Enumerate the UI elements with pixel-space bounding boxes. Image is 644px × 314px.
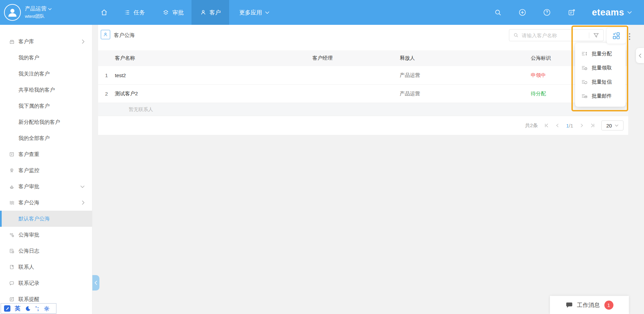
chevron-left-icon (639, 53, 642, 58)
customer-person-icon (103, 32, 108, 37)
sidebar-item-pool-log[interactable]: 公海日志 (0, 243, 92, 259)
next-page-button[interactable] (579, 123, 584, 128)
sidebar-item-followed-customers[interactable]: 我关注的客户 (0, 66, 92, 82)
ime-punctuation-toggle[interactable]: ’; (35, 306, 39, 312)
help-icon[interactable] (543, 8, 551, 16)
eteams-logo[interactable]: eteams (592, 7, 632, 18)
add-icon[interactable] (518, 8, 526, 16)
ime-logo-icon[interactable] (4, 305, 10, 312)
customer-search-group (509, 29, 604, 41)
col-customer-manager: 客户经理 (312, 55, 400, 61)
team-name: wtest团队 (25, 13, 52, 19)
table-header: 客户名称 客户经理 释放人 公海标识 (98, 50, 628, 66)
chevron-down-icon (48, 8, 52, 10)
empty-contacts-row: 暂无联系人 (98, 103, 628, 116)
notice-doc-icon[interactable] (567, 8, 575, 16)
archive-box-icon (9, 39, 15, 45)
sidebar-item-shared-customers[interactable]: 共享给我的客户 (0, 82, 92, 98)
user-block[interactable]: 产品运营 wtest团队 (4, 0, 52, 25)
ime-settings-gear-icon[interactable] (44, 306, 50, 312)
batch-actions-button[interactable] (607, 28, 626, 44)
total-count: 共2条 (525, 122, 538, 129)
reminder-doc-icon (9, 296, 15, 302)
user-avatar-icon (7, 7, 18, 18)
sidebar: 客户库 我的客户 我关注的客户 共享给我的客户 我下属的客户 新分配给我的客户 … (0, 25, 92, 314)
app-root: 产品运营 wtest团队 任务 审批 客户 更 (0, 0, 644, 314)
page-indicator: 1/1 (566, 123, 573, 128)
chevron-left-icon (94, 280, 97, 285)
page-title-iconbox (101, 30, 110, 39)
chat-record-icon (9, 280, 15, 286)
search-icon[interactable] (494, 9, 502, 16)
task-list-icon (124, 9, 131, 16)
right-panel-collapse-handle[interactable] (636, 48, 644, 63)
menu-item-batch-sms[interactable]: 批量短信 (575, 75, 626, 89)
chevron-down-icon (615, 124, 618, 127)
customer-search-input[interactable] (522, 33, 589, 38)
nav-tasks[interactable]: 任务 (114, 0, 155, 25)
chevron-down-icon (627, 11, 632, 14)
nav-customers[interactable]: 客户 (191, 0, 229, 25)
filter-icon[interactable] (593, 33, 599, 38)
sidebar-item-all-my-customers[interactable]: 我的全部客户 (0, 130, 92, 146)
notebook-icon (9, 264, 15, 270)
chevron-down-icon (265, 11, 269, 14)
sidebar-item-customer-library[interactable]: 客户库 (0, 34, 92, 50)
cell-customer-name[interactable]: test2 (115, 72, 312, 78)
row-index: 1 (98, 72, 115, 78)
sidebar-collapse-handle[interactable] (92, 275, 99, 291)
sidebar-item-customer-approval[interactable]: 客户审批 (0, 178, 92, 195)
cell-customer-name[interactable]: 测试客户2 (115, 91, 312, 97)
sidebar-item-my-customers[interactable]: 我的客户 (0, 50, 92, 66)
table-row[interactable]: 2 测试客户2 产品运营 待分配 (98, 85, 628, 103)
last-page-button[interactable] (590, 123, 595, 128)
sidebar-item-newly-assigned-customers[interactable]: 新分配给我的客户 (0, 114, 92, 130)
table-row[interactable]: 1 test2 产品运营 申领中 (98, 66, 628, 85)
pagination: 共2条 1/1 20 (98, 116, 628, 135)
sidebar-item-pool-approval[interactable]: 公海审批 (0, 227, 92, 243)
approval-layers-icon (162, 9, 169, 16)
chevron-right-icon (82, 39, 85, 44)
menu-item-batch-claim[interactable]: 批量领取 (575, 61, 626, 75)
avatar[interactable] (4, 4, 21, 21)
menu-item-batch-email[interactable]: 批量邮件 (575, 89, 626, 103)
work-message-label: 工作消息 (577, 301, 600, 309)
sidebar-item-subordinate-customers[interactable]: 我下属的客户 (0, 98, 92, 114)
batch-email-icon (581, 93, 587, 99)
cell-releaser: 产品运营 (400, 91, 531, 97)
prev-page-button[interactable] (555, 123, 560, 128)
nav-more-apps[interactable]: 更多应用 (229, 0, 280, 25)
page-size-select[interactable]: 20 (601, 120, 624, 130)
sidebar-item-customer-monitor[interactable]: 客户监控 (0, 162, 92, 178)
work-message-badge: 1 (604, 301, 613, 310)
ime-language-toggle[interactable]: 英 (15, 305, 20, 312)
batch-assign-icon (581, 51, 587, 57)
col-releaser: 释放人 (400, 55, 531, 61)
user-name: 产品运营 (25, 5, 46, 12)
menu-item-batch-assign[interactable]: 批量分配 (575, 47, 626, 61)
content-card: 客户公海 客户名称 客户经理 释放人 公海标识 1 test2 产品运营 申领中… (98, 25, 628, 135)
nav-home[interactable] (94, 0, 114, 25)
topbar: 产品运营 wtest团队 任务 审批 客户 更 (0, 0, 644, 25)
nav-approvals[interactable]: 审批 (155, 0, 191, 25)
customer-person-icon (200, 9, 207, 16)
dedupe-icon (9, 151, 15, 157)
main-nav: 任务 审批 客户 更多应用 (94, 0, 280, 25)
log-doc-clock-icon (9, 248, 15, 254)
sidebar-item-customer-dedupe[interactable]: 客户查重 (0, 146, 92, 162)
pool-approval-icon (9, 232, 15, 238)
chevron-down-icon (80, 185, 85, 188)
sidebar-item-default-customer-pool[interactable]: 默认客户公海 (0, 211, 92, 227)
batch-sms-icon (581, 79, 587, 85)
home-icon (100, 8, 108, 16)
more-options-icon[interactable] (629, 33, 630, 40)
page-title: 客户公海 (114, 32, 135, 39)
sidebar-item-contact-records[interactable]: 联系记录 (0, 275, 92, 291)
work-message-button[interactable]: 工作消息 1 (550, 296, 629, 314)
chat-bubble-icon (566, 302, 573, 309)
first-page-button[interactable] (544, 123, 549, 128)
sidebar-item-customer-pool[interactable]: 客户公海 (0, 195, 92, 211)
sidebar-item-contacts[interactable]: 联系人 (0, 259, 92, 275)
ime-night-mode-icon[interactable] (25, 306, 31, 312)
batch-select-icon (612, 32, 620, 40)
